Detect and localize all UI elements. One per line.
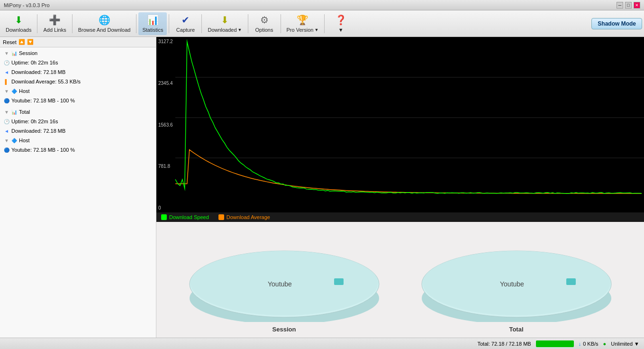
host-session-icon: 🔷: [10, 87, 18, 95]
total-label-bottom: Total: [509, 326, 523, 333]
downloads-icon: ⬇: [15, 14, 23, 26]
downloaded-button[interactable]: ⬇ Downloaded▼: [204, 12, 245, 35]
help-dropdown-arrow: ▼: [338, 27, 344, 33]
sep5: [201, 14, 202, 33]
uptime-total-row: 🕐 Uptime: 0h 22m 16s: [0, 117, 156, 126]
uptime-session-row: 🕐 Uptime: 0h 22m 16s: [0, 58, 156, 67]
pie-row: Youtube Session Youtube Total: [161, 227, 639, 333]
downloads-button[interactable]: ⬇ Downloads: [2, 12, 35, 35]
downloaded-arrow-icon-total: ◄: [3, 127, 10, 135]
options-icon: ⚙: [260, 14, 269, 26]
host-total-label: Host: [19, 138, 30, 143]
y-label-4: 781.8: [158, 164, 173, 169]
svg-text:Youtube: Youtube: [268, 280, 292, 288]
avg-session-row: ▌ Download Average: 55.3 KB/s: [0, 77, 156, 86]
left-panel-header: Reset 🔼 🔽: [0, 37, 156, 47]
legend-speed-label: Download Speed: [169, 214, 209, 220]
clock-icon-total: 🕐: [3, 118, 10, 125]
window-controls: ─ □ ✕: [617, 2, 640, 9]
legend-speed: Download Speed: [161, 214, 209, 220]
total-row[interactable]: ▼ 📊 Total: [0, 107, 156, 117]
capture-button[interactable]: ✔ Capture: [171, 12, 200, 35]
yt-total-row[interactable]: 🔵 Youtube: 72.18 MB - 100 %: [0, 145, 156, 155]
svg-rect-9: [566, 278, 576, 285]
speed-label: 0 KB/s: [583, 341, 598, 347]
downloaded-label: Downloaded▼: [208, 27, 242, 33]
pie-area: Youtube Session Youtube Total: [156, 222, 644, 338]
maximize-button[interactable]: □: [625, 2, 632, 9]
session-bar-icon: 📊: [10, 49, 18, 57]
options-button[interactable]: ⚙ Options: [250, 12, 279, 35]
host-session-label: Host: [19, 88, 30, 94]
statistics-icon: 📊: [147, 14, 159, 26]
statistics-label: Statistics: [142, 27, 163, 33]
reset-up-icon[interactable]: 🔼: [18, 39, 25, 45]
total-bar-icon: 📊: [10, 108, 18, 116]
downloaded-total-row: ◄ Downloaded: 72.18 MB: [0, 126, 156, 136]
total-status-label: Total: 72.18 / 72.18 MB: [478, 341, 531, 347]
svg-rect-4: [334, 278, 344, 285]
minimize-button[interactable]: ─: [617, 2, 623, 9]
session-label: Session: [19, 50, 37, 56]
host-session-row[interactable]: ▼ 🔷 Host: [0, 86, 156, 96]
chart-legend: Download Speed Download Average: [156, 212, 644, 222]
total-pie-svg: Youtube: [410, 227, 623, 322]
session-row[interactable]: ▼ 📊 Session: [0, 48, 156, 58]
legend-avg: Download Average: [218, 214, 270, 220]
reset-down-icon[interactable]: 🔽: [27, 39, 34, 45]
speed-status: ↓ 0 KB/s: [579, 341, 599, 347]
add-links-label: Add Links: [43, 27, 66, 33]
expand-host-session-icon: ▼: [3, 87, 10, 95]
expand-host-total-icon: ▼: [3, 137, 10, 144]
session-pie-svg: Youtube: [178, 227, 391, 322]
right-panel: 3127.2 2345.4 1563.6 781.8 0 Download Sp…: [156, 37, 644, 338]
total-label: Total: [19, 109, 30, 115]
total-group: ▼ 📊 Total 🕐 Uptime: 0h 22m 16s ◄ Downloa…: [0, 106, 156, 156]
yt-session-row[interactable]: 🔵 Youtube: 72.18 MB - 100 %: [0, 96, 156, 105]
progress-bar: [536, 340, 574, 347]
help-icon: ❓: [335, 14, 347, 26]
sep6: [248, 14, 248, 33]
clock-icon-session: 🕐: [3, 59, 10, 66]
speed-down-icon: ↓: [579, 341, 581, 347]
y-label-bottom: 0: [158, 205, 173, 211]
unlimited-label[interactable]: Unlimited ▼: [611, 341, 639, 347]
host-total-icon: 🔷: [10, 137, 18, 144]
host-total-row[interactable]: ▼ 🔷 Host: [0, 136, 156, 145]
sep1: [37, 14, 37, 33]
sep2: [72, 14, 73, 33]
add-links-button[interactable]: ➕ Add Links: [39, 12, 70, 35]
y-label-2: 2345.4: [158, 81, 173, 86]
session-pie-container: Youtube Session: [178, 227, 391, 333]
title-bar: MiPony - v3.0.3 Pro ─ □ ✕: [0, 0, 644, 10]
statistics-button[interactable]: 📊 Statistics: [138, 12, 167, 35]
close-button[interactable]: ✕: [634, 2, 640, 9]
uptime-total-label: Uptime: 0h 22m 16s: [11, 119, 58, 124]
sep7: [281, 14, 281, 33]
unlimited-icon: ●: [603, 341, 607, 347]
reset-label[interactable]: Reset: [3, 39, 17, 45]
yt-session-icon: 🔵: [3, 97, 10, 104]
shadow-mode-button[interactable]: Shadow Mode: [591, 18, 642, 29]
sep8: [324, 14, 325, 33]
yt-session-label: Youtube: 72.18 MB - 100 %: [11, 98, 75, 103]
capture-icon: ✔: [181, 14, 190, 26]
browse-button[interactable]: 🌐 Browse And Download: [74, 12, 135, 35]
yt-total-icon: 🔵: [3, 146, 10, 154]
capture-label: Capture: [176, 27, 195, 33]
expand-icon: ▼: [3, 49, 10, 57]
avg-session-label: Download Average: 55.3 KB/s: [11, 79, 81, 84]
pro-icon: 🏆: [297, 14, 308, 26]
downloaded-total-label: Downloaded: 72.18 MB: [11, 128, 65, 134]
browse-icon: 🌐: [99, 14, 110, 26]
svg-text:Youtube: Youtube: [500, 280, 524, 288]
downloaded-icon: ⬇: [221, 14, 229, 26]
avg-bar-icon: ▌: [3, 78, 10, 85]
help-button[interactable]: ❓ ▼: [327, 12, 355, 35]
add-links-icon: ➕: [49, 14, 61, 26]
y-label-3: 1563.6: [158, 122, 173, 128]
pro-version-button[interactable]: 🏆 Pro Version▼: [283, 12, 323, 35]
y-label-top: 3127.2: [158, 39, 173, 44]
pro-label: Pro Version▼: [287, 27, 319, 33]
legend-avg-label: Download Average: [227, 214, 270, 220]
